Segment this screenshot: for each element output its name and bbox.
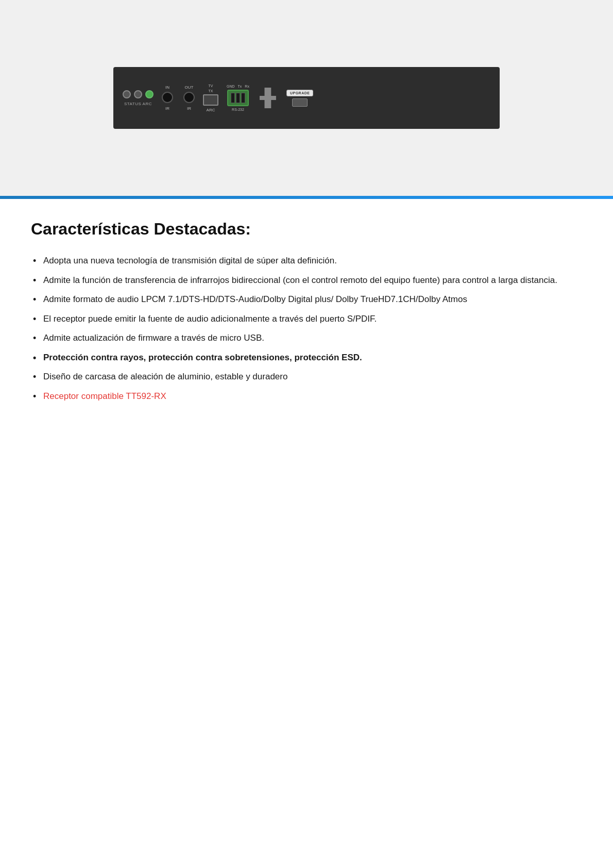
rs232-block: GND Tx Rx RS-232 (227, 85, 249, 111)
feature-item-7: Diseño de carcasa de aleación de alumini… (31, 370, 582, 383)
ir-in-out-group: IN IR OUT IR (162, 85, 195, 111)
ir-out-label: OUT (185, 85, 194, 90)
led-1 (123, 90, 131, 98)
t-shape-icon (260, 88, 276, 108)
device-image-section: STATUS ARC IN IR OUT IR TV TX ARC (0, 0, 613, 196)
feature-text-5: Admite actualización de firmware a travé… (43, 333, 264, 343)
feature-text-3: Admite formato de audio LPCM 7.1/DTS-HD/… (43, 294, 467, 304)
feature-item-1: Adopta una nueva tecnología de transmisi… (31, 254, 582, 268)
led-2 (134, 90, 142, 98)
upgrade-label: UPGRADE (286, 90, 314, 96)
rs232-label: RS-232 (232, 108, 244, 111)
compatible-link[interactable]: Receptor compatible TT592-RX (43, 391, 166, 401)
feature-text-2: Admite la función de transferencia de in… (43, 275, 557, 285)
ir-in-bottom-label: IR (165, 106, 169, 111)
feature-item-3: Admite formato de audio LPCM 7.1/DTS-HD/… (31, 293, 582, 306)
status-label: STATUS ARC (124, 102, 152, 106)
tx-label: TX (209, 89, 213, 93)
arc-labels: TV TX (209, 84, 213, 93)
t-connector (258, 85, 278, 111)
device-panel: STATUS ARC IN IR OUT IR TV TX ARC (113, 67, 500, 129)
led-group (123, 90, 154, 98)
arc-hdmi-block: TV TX ARC (203, 84, 218, 112)
rs232-pin-labels: GND Tx Rx (227, 85, 249, 88)
ir-in-label: IN (165, 85, 169, 90)
hdmi-arc-port (203, 94, 218, 106)
ir-in-port (162, 92, 173, 103)
micro-usb-port (292, 98, 308, 107)
feature-item-6: Protección contra rayos, protección cont… (31, 351, 582, 364)
tv-label: TV (209, 84, 213, 88)
feature-item-8: Receptor compatible TT592-RX (31, 390, 582, 403)
tx-pin-label: Tx (238, 85, 242, 88)
content-section: Características Destacadas: Adopta una n… (0, 199, 613, 429)
rs232-pin-2 (236, 93, 240, 103)
ir-out-bottom-label: IR (187, 106, 191, 111)
feature-text-7: Diseño de carcasa de aleación de alumini… (43, 372, 287, 381)
feature-text-1: Adopta una nueva tecnología de transmisi… (43, 256, 337, 265)
feature-item-5: Admite actualización de firmware a travé… (31, 331, 582, 345)
ir-out-group: OUT IR (183, 85, 195, 111)
feature-item-4: El receptor puede emitir la fuente de au… (31, 312, 582, 326)
arc-label: ARC (207, 108, 215, 112)
section-title: Características Destacadas: (31, 220, 582, 239)
rx-pin-label: Rx (245, 85, 249, 88)
led-status-group: STATUS ARC (123, 90, 154, 106)
features-list: Adopta una nueva tecnología de transmisi… (31, 254, 582, 403)
rs232-pin-1 (231, 93, 235, 103)
feature-text-4: El receptor puede emitir la fuente de au… (43, 314, 377, 324)
gnd-label: GND (227, 85, 235, 88)
led-3 (145, 90, 154, 98)
ir-out-port (183, 92, 195, 103)
upgrade-block: UPGRADE (286, 90, 314, 107)
rs232-connector (227, 90, 249, 106)
feature-text-6: Protección contra rayos, protección cont… (43, 353, 362, 362)
rs232-pin-3 (241, 93, 245, 103)
ir-in-group: IN IR (162, 85, 173, 111)
feature-item-2: Admite la función de transferencia de in… (31, 274, 582, 287)
